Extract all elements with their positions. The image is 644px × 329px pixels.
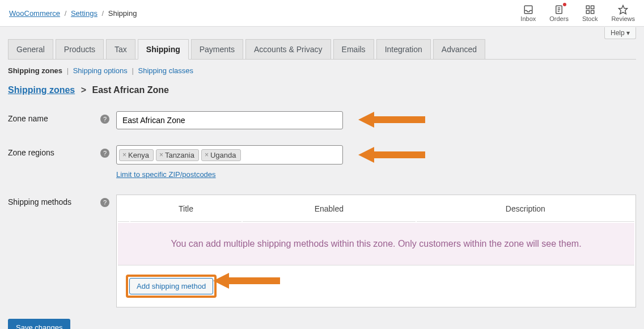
tab-payments[interactable]: Payments: [191, 39, 243, 60]
shipping-subnav: Shipping zones | Shipping options | Ship…: [8, 66, 636, 75]
region-tag-uganda[interactable]: ×Uganda: [201, 149, 241, 161]
subnav-options[interactable]: Shipping options: [73, 66, 128, 75]
annotation-highlight: Add shipping method: [126, 275, 217, 298]
svg-rect-8: [591, 11, 594, 14]
remove-tag-icon[interactable]: ×: [205, 151, 209, 159]
zone-name-input[interactable]: [116, 111, 343, 129]
svg-marker-10: [358, 112, 425, 128]
zone-name-label: Zone name: [8, 111, 100, 123]
tab-emails[interactable]: Emails: [333, 39, 374, 60]
help-tab[interactable]: Help ▾: [604, 27, 636, 39]
tab-tax[interactable]: Tax: [106, 39, 135, 60]
page-heading: Shipping zones > East African Zone: [8, 85, 636, 95]
add-shipping-method-button[interactable]: Add shipping method: [129, 278, 213, 294]
zone-regions-input[interactable]: ×Kenya ×Tanzania ×Uganda: [116, 145, 343, 164]
settings-tabs: General Products Tax Shipping Payments A…: [8, 39, 636, 60]
remove-tag-icon[interactable]: ×: [159, 151, 163, 159]
help-icon[interactable]: ?: [100, 149, 109, 158]
help-icon[interactable]: ?: [100, 198, 109, 207]
current-zone-name: East African Zone: [92, 85, 168, 95]
stock-icon: [585, 4, 595, 15]
annotation-arrow: [358, 110, 425, 129]
help-icon[interactable]: ?: [100, 115, 109, 124]
col-enabled: Enabled: [243, 196, 416, 222]
breadcrumb-settings[interactable]: Settings: [71, 9, 98, 18]
topbar-reviews[interactable]: Reviews: [611, 4, 635, 22]
svg-marker-12: [213, 273, 280, 289]
svg-rect-0: [524, 6, 532, 14]
topbar-orders[interactable]: Orders: [549, 4, 569, 22]
annotation-arrow: [213, 271, 280, 290]
topbar-stock[interactable]: Stock: [582, 4, 598, 22]
region-tag-tanzania[interactable]: ×Tanzania: [156, 149, 199, 161]
tab-advanced[interactable]: Advanced: [433, 39, 485, 60]
shipping-zones-link[interactable]: Shipping zones: [8, 85, 75, 95]
breadcrumb: WooCommerce / Settings / Shipping: [9, 9, 137, 18]
notification-dot: [563, 3, 566, 6]
tab-integration[interactable]: Integration: [376, 39, 431, 60]
zone-regions-label: Zone regions: [8, 145, 100, 157]
breadcrumb-shipping: Shipping: [108, 9, 137, 18]
svg-rect-5: [586, 6, 589, 9]
star-icon: [618, 4, 628, 15]
tab-general[interactable]: General: [8, 39, 53, 60]
svg-rect-7: [586, 11, 589, 14]
remove-tag-icon[interactable]: ×: [122, 151, 126, 159]
svg-rect-6: [591, 6, 594, 9]
chevron-down-icon: ▾: [626, 29, 630, 37]
methods-empty-hint: You can add multiple shipping methods wi…: [118, 223, 634, 265]
breadcrumb-woocommerce[interactable]: WooCommerce: [9, 9, 60, 18]
tab-shipping[interactable]: Shipping: [138, 39, 189, 60]
shipping-methods-table: Title Enabled Description You can add mu…: [116, 195, 636, 307]
save-changes-button[interactable]: Save changes: [8, 319, 70, 329]
tab-products[interactable]: Products: [56, 39, 104, 60]
tab-accounts-privacy[interactable]: Accounts & Privacy: [245, 39, 331, 60]
zip-postcodes-link[interactable]: Limit to specific ZIP/postcodes: [116, 170, 216, 179]
region-tag-kenya[interactable]: ×Kenya: [119, 149, 154, 161]
svg-marker-9: [619, 6, 628, 14]
shipping-methods-label: Shipping methods: [8, 195, 100, 206]
annotation-arrow: [358, 145, 425, 164]
col-title: Title: [130, 196, 242, 222]
inbox-icon: [523, 4, 533, 15]
svg-marker-11: [358, 147, 425, 163]
col-description: Description: [417, 196, 634, 222]
subnav-classes[interactable]: Shipping classes: [138, 66, 193, 75]
subnav-zones[interactable]: Shipping zones: [8, 66, 62, 75]
orders-icon: [554, 4, 564, 15]
topbar-inbox[interactable]: Inbox: [520, 4, 536, 22]
